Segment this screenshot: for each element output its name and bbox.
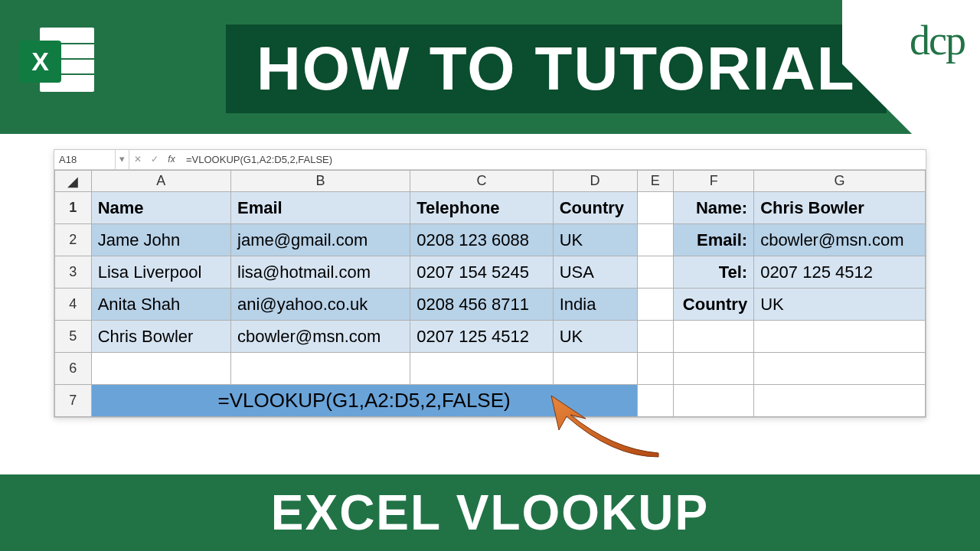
row-header[interactable]: 7 [55, 385, 92, 417]
enter-icon[interactable]: ✓ [146, 150, 163, 169]
cell[interactable] [754, 353, 926, 385]
cell[interactable] [754, 321, 926, 353]
worksheet-grid[interactable]: ◢ A B C D E F G 1 Name Email Telephone C… [54, 170, 926, 417]
cell[interactable] [637, 353, 674, 385]
cell[interactable] [674, 321, 754, 353]
cell[interactable]: Telephone [410, 192, 554, 224]
col-header-E[interactable]: E [637, 171, 674, 192]
col-header-G[interactable]: G [754, 171, 926, 192]
row-header[interactable]: 3 [55, 256, 92, 289]
cell[interactable] [637, 289, 674, 321]
cell[interactable]: cbowler@msn.com [754, 224, 926, 256]
cell[interactable]: India [553, 289, 637, 321]
cell[interactable]: Country [674, 289, 754, 321]
col-header-C[interactable]: C [410, 171, 554, 192]
cell[interactable] [91, 353, 230, 385]
cell[interactable]: Name: [674, 192, 754, 224]
cell[interactable] [637, 192, 674, 224]
cell[interactable] [674, 385, 754, 417]
cell[interactable]: 0207 125 4512 [410, 321, 554, 353]
column-headers: ◢ A B C D E F G [55, 171, 926, 192]
cell[interactable]: Lisa Liverpool [91, 256, 230, 289]
formula-display-cell[interactable]: =VLOOKUP(G1,A2:D5,2,FALSE) [91, 385, 637, 417]
table-row: 3 Lisa Liverpool lisa@hotmail.com 0207 1… [55, 256, 926, 289]
formula-input[interactable]: =VLOOKUP(G1,A2:D5,2,FALSE) [180, 154, 926, 165]
fx-icon[interactable]: fx [163, 150, 180, 169]
excel-badge: X [19, 41, 61, 83]
cell[interactable] [231, 353, 410, 385]
cell[interactable] [754, 385, 926, 417]
cell[interactable]: 0207 154 5245 [410, 256, 554, 289]
cell[interactable]: Chris Bowler [91, 321, 230, 353]
row-header[interactable]: 1 [55, 192, 92, 224]
cell[interactable]: 0208 123 6088 [410, 224, 554, 256]
cell[interactable]: cbowler@msn.com [231, 321, 410, 353]
cell[interactable]: UK [754, 289, 926, 321]
cell[interactable]: UK [553, 224, 637, 256]
cell[interactable] [637, 321, 674, 353]
tutorial-title: HOW TO TUTORIAL [226, 24, 887, 113]
cell[interactable]: USA [553, 256, 637, 289]
cell[interactable]: Chris Bowler [754, 192, 926, 224]
excel-icon: X [19, 21, 96, 98]
spreadsheet-panel: A18 ▾ ✕ ✓ fx =VLOOKUP(G1,A2:D5,2,FALSE) … [54, 149, 926, 418]
cell[interactable]: Email [231, 192, 410, 224]
cell[interactable] [674, 353, 754, 385]
cell[interactable] [553, 353, 637, 385]
cell[interactable]: Name [91, 192, 230, 224]
cell[interactable]: lisa@hotmail.com [231, 256, 410, 289]
cell[interactable]: Country [553, 192, 637, 224]
table-row: 2 Jame John jame@gmail.com 0208 123 6088… [55, 224, 926, 256]
cell[interactable]: Tel: [674, 256, 754, 289]
row-header[interactable]: 4 [55, 289, 92, 321]
dcp-logo: dcp [910, 17, 965, 64]
cell[interactable] [637, 224, 674, 256]
name-box[interactable]: A18 [54, 150, 116, 169]
cell[interactable] [410, 353, 554, 385]
name-box-dropdown-icon[interactable]: ▾ [116, 150, 129, 169]
footer-title: EXCEL VLOOKUP [271, 484, 709, 541]
table-row: 5 Chris Bowler cbowler@msn.com 0207 125 … [55, 321, 926, 353]
table-row: 1 Name Email Telephone Country Name: Chr… [55, 192, 926, 224]
row-header[interactable]: 5 [55, 321, 92, 353]
table-row: 7 =VLOOKUP(G1,A2:D5,2,FALSE) [55, 385, 926, 417]
formula-bar: A18 ▾ ✕ ✓ fx =VLOOKUP(G1,A2:D5,2,FALSE) [54, 150, 926, 170]
col-header-D[interactable]: D [553, 171, 637, 192]
table-row: 6 [55, 353, 926, 385]
cancel-icon[interactable]: ✕ [129, 150, 146, 169]
cell[interactable]: 0207 125 4512 [754, 256, 926, 289]
col-header-A[interactable]: A [91, 171, 230, 192]
cell[interactable]: 0208 456 8711 [410, 289, 554, 321]
cell[interactable] [637, 256, 674, 289]
col-header-B[interactable]: B [231, 171, 410, 192]
cell[interactable]: ani@yahoo.co.uk [231, 289, 410, 321]
cell[interactable]: Jame John [91, 224, 230, 256]
cell[interactable]: Anita Shah [91, 289, 230, 321]
cell[interactable]: Email: [674, 224, 754, 256]
bottom-banner: EXCEL VLOOKUP [0, 474, 980, 551]
cell[interactable]: UK [553, 321, 637, 353]
row-header[interactable]: 6 [55, 353, 92, 385]
cell[interactable]: jame@gmail.com [231, 224, 410, 256]
row-header[interactable]: 2 [55, 224, 92, 256]
cell[interactable] [637, 385, 674, 417]
select-all-cell[interactable]: ◢ [55, 171, 92, 192]
col-header-F[interactable]: F [674, 171, 754, 192]
table-row: 4 Anita Shah ani@yahoo.co.uk 0208 456 87… [55, 289, 926, 321]
